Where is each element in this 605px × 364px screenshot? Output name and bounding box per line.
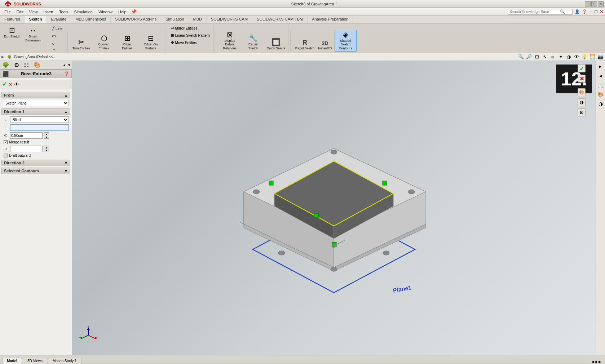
search-icon[interactable]: 🔍 (560, 9, 565, 14)
panel-tab-configmgr[interactable]: ☷ (22, 61, 31, 69)
help-button[interactable]: ❓ (64, 71, 69, 76)
depth-input[interactable] (10, 132, 43, 139)
search-input[interactable] (509, 10, 560, 14)
display-button[interactable]: ◑ (578, 98, 586, 106)
offset-entities-button[interactable]: ⊞ Offset Entities (116, 34, 138, 52)
shaded-sketch-button[interactable]: ◈ Shaded Sketch Contours (335, 30, 357, 52)
mirror-button[interactable]: ⇌ Mirror Entities (169, 25, 199, 32)
rapid-label: Rapid Sketch (295, 46, 315, 50)
direction2-header[interactable]: Direction 2 ▼ (1, 160, 70, 166)
exit-sketch-button[interactable]: ⊡ Exit Sketch (3, 26, 21, 40)
menu-simulation[interactable]: Simulation (71, 9, 96, 15)
display-style-icon[interactable]: ◑ (565, 54, 572, 60)
section-icon[interactable]: ✦ (557, 54, 564, 60)
cancel-button[interactable]: ✕ (8, 81, 13, 87)
titlebar-restore[interactable]: □ (595, 9, 597, 14)
appearance-button[interactable]: ⊡ (578, 108, 586, 116)
right-expand-button[interactable]: ▸ (597, 62, 605, 70)
close-button[interactable]: ✕ (598, 1, 604, 6)
display-delete-button[interactable]: ⊠ Display Delete Relations (219, 30, 241, 52)
right-icon-2[interactable]: 🎨 (597, 90, 605, 98)
right-icon-3[interactable]: ◑ (597, 100, 605, 108)
tab-features[interactable]: Features (0, 16, 25, 23)
instant2d-button[interactable]: 2D Instant2D (317, 40, 333, 52)
tab-analysis[interactable]: Analysis Preparation (308, 16, 353, 23)
tab-evaluate[interactable]: Evaluate (47, 16, 71, 23)
right-icon-1[interactable]: ⬚ (597, 81, 605, 89)
arc-button[interactable]: ⌒ (50, 48, 58, 53)
viewport[interactable]: Plane1 X Y Z 12. ✓ ✕ 🎨 (72, 61, 596, 355)
merge-checkbox[interactable]: ✓ (4, 140, 8, 144)
panel-tab-appearance[interactable]: 🎨 (31, 61, 43, 69)
tab-mbd-dimensions[interactable]: MBD Dimensions (71, 16, 111, 23)
tab-model[interactable]: Model (2, 358, 22, 364)
panel-expand[interactable]: ▲ (62, 62, 67, 68)
repair-sketch-button[interactable]: 🔧 Repair Sketch (242, 34, 264, 52)
titlebar-minimize[interactable]: ─ (589, 9, 592, 14)
search-view-icon[interactable]: 🔍 (518, 54, 524, 60)
fit-icon[interactable]: ⊡ (534, 54, 540, 60)
menu-file[interactable]: File (1, 9, 14, 15)
line-button[interactable]: ╱ Line (50, 25, 64, 32)
camera-icon[interactable]: 📷 (597, 54, 604, 60)
help-icon[interactable]: ❓ (582, 9, 587, 14)
draft-spinner[interactable]: ▲ ▼ (44, 146, 49, 152)
rapid-sketch-button[interactable]: R Rapid Sketch (294, 38, 316, 52)
maximize-button[interactable]: □ (591, 1, 597, 6)
eye-button[interactable]: 👁 (14, 81, 19, 87)
tab-cam-tbm[interactable]: SOLIDWORKS CAM TBM (252, 16, 308, 23)
direction1-section-header[interactable]: Direction 1 ▲ (1, 108, 70, 115)
titlebar-close2[interactable]: ✕ (600, 9, 604, 14)
viewport-accept-button[interactable]: ✓ (578, 65, 586, 72)
accept-button[interactable]: ✓ (2, 81, 7, 88)
menu-insert[interactable]: Insert (40, 9, 56, 15)
quick-snaps-button[interactable]: 🔲 Quick Snaps (266, 37, 286, 52)
tab-addins[interactable]: SOLIDWORKS Add-Ins (111, 16, 161, 23)
menu-tools[interactable]: Tools (56, 9, 71, 15)
offset-surface-button[interactable]: ⊟ Offset On Surface (140, 34, 162, 52)
hide-show-icon[interactable]: 👁 (573, 54, 580, 60)
tab-cam[interactable]: SOLIDWORKS CAM (207, 16, 252, 23)
move-entities-button[interactable]: ✥ Move Entities (169, 39, 199, 46)
right-collapse-button[interactable]: ◂ (597, 72, 605, 80)
tab-simulation[interactable]: Simulation (161, 16, 189, 23)
from-select[interactable]: Sketch Plane (3, 100, 69, 106)
minimize-button[interactable]: ─ (585, 1, 591, 6)
select-icon[interactable]: ↖ (542, 54, 548, 60)
panel-tab-propertymanager[interactable]: ⚙ (12, 61, 22, 69)
convert-entities-button[interactable]: ⬡ Convert Entities (93, 34, 115, 52)
tab-motion-study[interactable]: Motion Study 1 (48, 358, 81, 364)
zoom-icon[interactable]: 🔎 (526, 54, 532, 60)
timeline-toggle[interactable]: ◀◀ (591, 360, 597, 364)
lighting-icon[interactable]: 💡 (581, 54, 588, 60)
linear-pattern-button[interactable]: ⊞ Linear Sketch Pattern (169, 32, 212, 39)
trim-entities-button[interactable]: ✂ Trim Entities (71, 37, 92, 52)
circle-button[interactable]: ○ (50, 40, 56, 47)
draft-outward-checkbox[interactable] (4, 154, 8, 157)
direction1-text-input[interactable] (10, 124, 69, 131)
rectangle-button[interactable]: ▭ (50, 32, 58, 40)
selected-contours-header[interactable]: Selected Contours ▼ (1, 168, 70, 174)
tab-sketch[interactable]: Sketch (25, 16, 47, 23)
scene-icon[interactable]: 🌅 (589, 54, 596, 60)
draft-input[interactable] (10, 146, 43, 152)
menu-edit[interactable]: Edit (14, 9, 26, 15)
panel-tab-featuremgr[interactable]: 🌳 (0, 61, 12, 69)
from-section-header[interactable]: From ▲ (1, 92, 70, 98)
user-icon[interactable]: 👤 (575, 9, 580, 14)
viewport-cancel-button[interactable]: ✕ (578, 75, 586, 83)
tab-3d-views[interactable]: 3D Views (23, 358, 47, 364)
direction1-type-select[interactable]: Blind (10, 116, 69, 123)
color-button[interactable]: 🎨 (578, 88, 586, 96)
depth-spinner[interactable]: ▲ ▼ (44, 132, 49, 139)
panel-collapse[interactable]: ▼ (67, 62, 72, 68)
pin-icon[interactable]: 📌 (131, 9, 137, 14)
view-orient-icon[interactable]: ⧈ (549, 54, 556, 60)
menu-window[interactable]: Window (96, 9, 115, 15)
draft-icon: ⊿ (3, 146, 9, 152)
menu-view[interactable]: View (26, 9, 41, 15)
menu-help[interactable]: Help (115, 9, 129, 15)
tab-mbd[interactable]: MBD (189, 16, 207, 23)
timeline-slider[interactable]: ▶ (599, 360, 601, 364)
smart-dimension-button[interactable]: ↔ Smart Dimension (22, 26, 44, 44)
